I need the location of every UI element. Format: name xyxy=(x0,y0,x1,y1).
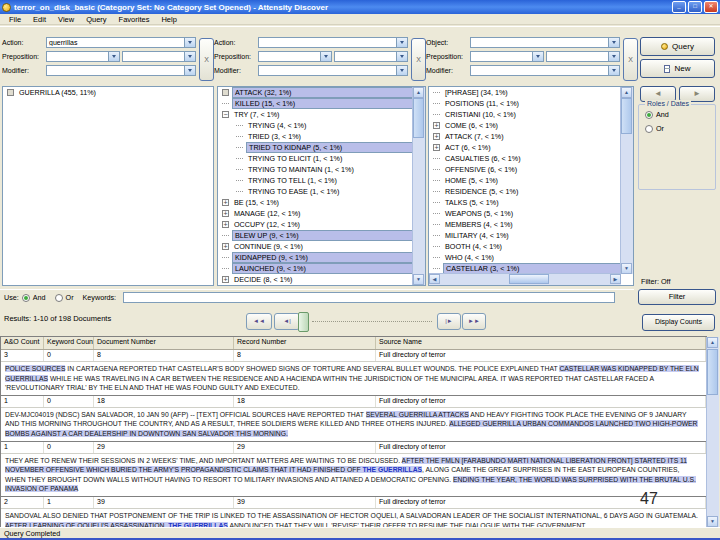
scrollbar-thumb[interactable] xyxy=(509,274,549,284)
minimize-button[interactable]: _ xyxy=(672,1,686,13)
action-terms-panel[interactable]: GUERRILLA (455, 11%) xyxy=(2,86,214,286)
dropdown-select[interactable] xyxy=(470,51,544,62)
tree-item[interactable]: HOME (5, < 1%) xyxy=(429,175,633,186)
first-page-button[interactable]: ◄◄ xyxy=(246,313,272,330)
menu-item-view[interactable]: View xyxy=(52,15,80,24)
tree-item[interactable]: BOOTH (4, < 1%) xyxy=(429,241,633,252)
radio-unselected-icon[interactable] xyxy=(645,125,653,133)
tree-item[interactable]: BLEW UP (9, < 1%) xyxy=(218,230,425,241)
tree-item[interactable]: RESIDENCE (5, < 1%) xyxy=(429,186,633,197)
tree-item[interactable]: TRYING TO MAINTAIN (1, < 1%) xyxy=(218,164,425,175)
tree-item[interactable]: +ATTACK (7, < 1%) xyxy=(429,131,633,142)
keywords-and-radio[interactable] xyxy=(22,294,30,302)
column-header[interactable]: Source Name xyxy=(376,337,706,349)
expand-icon[interactable]: + xyxy=(433,122,440,129)
tree-item[interactable]: WHO (4, < 1%) xyxy=(429,252,633,263)
scroll-up-icon[interactable]: ▲ xyxy=(413,87,424,98)
query-button[interactable]: Query xyxy=(640,37,715,56)
remove-group-button[interactable]: X xyxy=(623,38,638,81)
tree-item[interactable]: +ACT (6, < 1%) xyxy=(429,142,633,153)
result-snippet[interactable]: SANDOVAL ALSO DENIED THAT POSTPONEMENT O… xyxy=(1,509,706,528)
filter-button[interactable]: Filter xyxy=(638,289,716,305)
last-page-button[interactable]: ►► xyxy=(462,313,486,330)
menu-item-query[interactable]: Query xyxy=(80,15,112,24)
tree-item[interactable]: +DECIDE (8, < 1%) xyxy=(218,274,425,285)
tree-item[interactable]: ATTACK (32, 1%) xyxy=(218,87,425,98)
expand-icon[interactable]: + xyxy=(222,210,229,217)
tree-item[interactable]: +MANAGE (12, < 1%) xyxy=(218,208,425,219)
chevron-down-icon[interactable] xyxy=(608,66,619,75)
dropdown-select[interactable] xyxy=(546,51,620,62)
dropdown-select[interactable] xyxy=(470,37,620,48)
expand-icon[interactable]: + xyxy=(222,243,229,250)
page-slider-thumb[interactable] xyxy=(298,312,309,332)
menu-item-help[interactable]: Help xyxy=(155,15,182,24)
tree-item[interactable]: +OCCUPY (12, < 1%) xyxy=(218,219,425,230)
chevron-down-icon[interactable] xyxy=(396,52,407,61)
chevron-down-icon[interactable] xyxy=(396,66,407,75)
middle-panel-scrollbar[interactable]: ▲ ▼ xyxy=(412,87,425,285)
tree-item[interactable]: TRIED TO KIDNAP (5, < 1%) xyxy=(218,142,425,153)
chevron-down-icon[interactable] xyxy=(320,52,331,61)
expand-icon[interactable]: + xyxy=(222,221,229,228)
tree-item[interactable]: +COME (6, < 1%) xyxy=(429,120,633,131)
previous-page-button[interactable]: ◄| xyxy=(274,313,300,330)
dropdown-select[interactable] xyxy=(122,51,196,62)
result-row[interactable]: 3088Full directory of terror xyxy=(1,350,706,362)
result-row[interactable]: 102929Full directory of terror xyxy=(1,442,706,454)
column-header[interactable]: Record Number xyxy=(234,337,376,349)
scroll-down-icon[interactable]: ▼ xyxy=(413,274,424,285)
next-page-button[interactable]: |► xyxy=(437,313,461,330)
expand-icon[interactable]: + xyxy=(433,133,440,140)
tree-item[interactable]: KIDNAPPED (9, < 1%) xyxy=(218,252,425,263)
tree-item[interactable]: MILITARY (4, < 1%) xyxy=(429,230,633,241)
object-terms-panel[interactable]: ▲ ▼ ◀ ▶ [PHRASE] (34, 1%)POSITIONS (11, … xyxy=(428,86,634,286)
dropdown-select[interactable] xyxy=(258,37,408,48)
column-header[interactable]: Document Number xyxy=(94,337,234,349)
tree-item[interactable]: TRIED (3, < 1%) xyxy=(218,131,425,142)
collapse-icon[interactable]: − xyxy=(222,111,229,118)
tree-item[interactable]: KILLED (15, < 1%) xyxy=(218,98,425,109)
chevron-down-icon[interactable] xyxy=(108,52,119,61)
chevron-down-icon[interactable] xyxy=(396,38,407,47)
scroll-down-icon[interactable]: ▼ xyxy=(621,263,632,274)
menu-item-favorites[interactable]: Favorites xyxy=(113,15,156,24)
result-snippet[interactable]: POLICE SOURCES IN CARTAGENA REPORTED THA… xyxy=(1,362,706,396)
scrollbar-thumb[interactable] xyxy=(621,98,632,134)
scroll-down-icon[interactable]: ▼ xyxy=(707,516,718,527)
result-row[interactable]: 213939Full directory of terror xyxy=(1,497,706,509)
chevron-down-icon[interactable] xyxy=(608,38,619,47)
tree-item[interactable]: CASUALTIES (6, < 1%) xyxy=(429,153,633,164)
dropdown-select[interactable] xyxy=(258,65,408,76)
scroll-right-icon[interactable]: ▶ xyxy=(610,274,621,284)
tree-item[interactable]: LAUNCHED (9, < 1%) xyxy=(218,263,425,274)
tree-item[interactable]: CRISTIANI (10, < 1%) xyxy=(429,109,633,120)
scroll-up-icon[interactable]: ▲ xyxy=(621,87,632,98)
column-header[interactable]: Keyword Count xyxy=(44,337,94,349)
dropdown-select[interactable] xyxy=(258,51,332,62)
tree-item[interactable]: +CONTINUE (9, < 1%) xyxy=(218,241,425,252)
remove-group-button[interactable]: X xyxy=(411,38,426,81)
expand-icon[interactable]: + xyxy=(433,144,440,151)
restore-button[interactable]: □ xyxy=(688,1,702,13)
chevron-down-icon[interactable] xyxy=(184,66,195,75)
display-counts-button[interactable]: Display Counts xyxy=(642,314,715,331)
dropdown-select[interactable] xyxy=(470,65,620,76)
chevron-down-icon[interactable] xyxy=(532,52,543,61)
table-scrollbar[interactable]: ▲ ▼ xyxy=(706,337,719,527)
expand-icon[interactable]: + xyxy=(222,199,229,206)
chevron-down-icon[interactable] xyxy=(608,52,619,61)
action-subterms-panel[interactable]: ▲ ▼ ATTACK (32, 1%)KILLED (15, < 1%)−TRY… xyxy=(217,86,426,286)
expand-icon[interactable]: + xyxy=(222,276,229,283)
tree-item[interactable]: MEMBERS (4, < 1%) xyxy=(429,219,633,230)
column-header[interactable]: A&O Count xyxy=(1,337,44,349)
dropdown-select[interactable] xyxy=(46,51,120,62)
tree-item[interactable]: TRYING (4, < 1%) xyxy=(218,120,425,131)
tree-item[interactable]: TRYING TO ELICIT (1, < 1%) xyxy=(218,153,425,164)
menu-item-edit[interactable]: Edit xyxy=(27,15,52,24)
roles-and-option[interactable]: And xyxy=(645,110,715,119)
dropdown-select[interactable] xyxy=(334,51,408,62)
tree-item[interactable]: TALKS (5, < 1%) xyxy=(429,197,633,208)
tree-item[interactable]: TRYING TO TELL (1, < 1%) xyxy=(218,175,425,186)
chevron-down-icon[interactable] xyxy=(184,52,195,61)
